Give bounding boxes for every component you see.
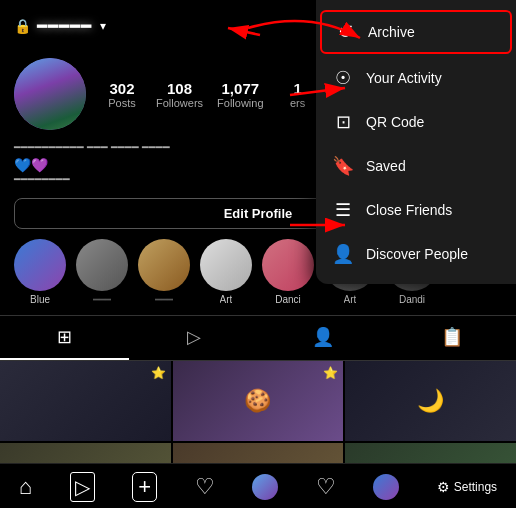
discover-label: Discover People [366,246,468,262]
story-circle [14,239,66,291]
grid-cell[interactable]: 🍪 ⭐ [173,361,344,441]
dropdown-qrcode[interactable]: ⊡ QR Code [316,100,516,144]
dropdown-discover[interactable]: 👤 Discover People [316,232,516,276]
tab-saved[interactable]: 📋 [387,316,516,360]
archive-label: Archive [368,24,415,40]
followers-count: 108 [167,80,192,97]
username: ━━━━━ [37,17,92,36]
heart2-icon: ♡ [316,474,336,500]
nav-home[interactable]: ⌂ [19,474,32,500]
story-circle [200,239,252,291]
dropdown-close-friends[interactable]: ☰ Close Friends [316,188,516,232]
dropdown-activity[interactable]: ☉ Your Activity [316,56,516,100]
discover-icon: 👤 [332,243,354,265]
grid-emoji: 🌙 [417,388,444,414]
settings-gear-icon: ⚙ [437,479,450,495]
profile-avatar [373,474,399,500]
tab-grid[interactable]: ⊞ [0,316,129,360]
saved-label: Saved [366,158,406,174]
header-left: 🔒 ━━━━━ ▾ [14,17,106,36]
story-circle [76,239,128,291]
story-label: Dandi [399,294,425,305]
nav-reels[interactable]: ▷ [70,472,95,502]
tab-bar: ⊞ ▷ 👤 📋 [0,315,516,361]
qr-icon: ⊡ [332,111,354,133]
following-count: 1,077 [222,80,260,97]
star-icon: ⭐ [151,366,166,380]
dropdown-archive[interactable]: ↺ Archive [320,10,512,54]
story-label: Art [344,294,357,305]
posts-label: Posts [108,97,136,109]
nav-settings[interactable]: ⚙ Settings [437,479,497,495]
followers-label: Followers [156,97,203,109]
nav-avatar[interactable] [252,474,278,500]
saved-bookmark-icon: 🔖 [332,155,354,177]
story-item[interactable]: ━━━ [76,239,128,305]
nav-heart[interactable]: ♡ [195,474,215,500]
dropdown-menu: ↺ Archive ☉ Your Activity ⊡ QR Code 🔖 Sa… [316,0,516,284]
story-label: Art [220,294,233,305]
extra-stat: 1 ers [278,80,318,109]
settings-label: Settings [454,480,497,494]
reels-icon: ▷ [187,326,201,348]
story-label: Blue [30,294,50,305]
heart-icon: ♡ [195,474,215,500]
followers-stat: 108 Followers [156,80,203,109]
close-friends-label: Close Friends [366,202,452,218]
extra-count: 1 [293,80,301,97]
home-icon: ⌂ [19,474,32,500]
grid-icon: ⊞ [57,326,72,348]
saved-icon: 📋 [441,326,463,348]
add-icon: + [132,472,157,502]
posts-count: 302 [109,80,134,97]
tagged-icon: 👤 [312,326,334,348]
story-item[interactable]: ━━━ [138,239,190,305]
following-label: Following [217,97,263,109]
qr-label: QR Code [366,114,424,130]
story-item[interactable]: Danci [262,239,314,305]
story-item[interactable]: Blue [14,239,66,305]
bottom-nav: ⌂ ▷ + ♡ ♡ ⚙ Settings [0,463,516,508]
activity-label: Your Activity [366,70,442,86]
star-icon: ⭐ [323,366,338,380]
story-item[interactable]: Art [200,239,252,305]
story-label: ━━━ [155,294,173,305]
following-stat: 1,077 Following [217,80,263,109]
nav-add[interactable]: + [132,472,157,502]
archive-icon: ↺ [334,21,356,43]
grid-cell[interactable]: 🌙 [345,361,516,441]
grid-cell[interactable]: ⭐ [0,361,171,441]
reels-nav-icon: ▷ [70,472,95,502]
tab-tagged[interactable]: 👤 [258,316,387,360]
story-label: ━━━ [93,294,111,305]
avatar [14,58,86,130]
posts-stat: 302 Posts [102,80,142,109]
nav-heart2[interactable]: ♡ [316,474,336,500]
nav-profile2[interactable] [373,474,399,500]
story-circle [262,239,314,291]
activity-icon: ☉ [332,67,354,89]
extra-label: ers [290,97,305,109]
story-circle [138,239,190,291]
grid-emoji: 🍪 [244,388,271,414]
story-label: Danci [275,294,301,305]
chevron-down-icon[interactable]: ▾ [100,19,106,33]
close-friends-icon: ☰ [332,199,354,221]
tab-reels[interactable]: ▷ [129,316,258,360]
lock-icon: 🔒 [14,18,31,34]
nav-avatar-image [252,474,278,500]
dropdown-saved[interactable]: 🔖 Saved [316,144,516,188]
